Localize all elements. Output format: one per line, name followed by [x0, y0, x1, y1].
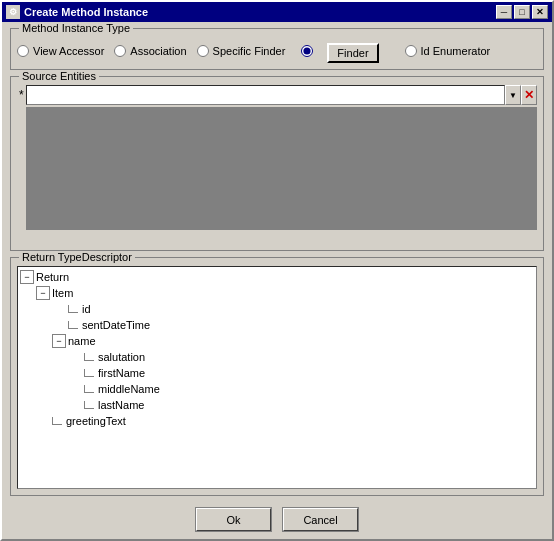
radio-id-enumerator[interactable]: Id Enumerator — [405, 45, 491, 57]
radio-row-2: Finder Id Enumerator — [301, 39, 490, 63]
title-bar-left: ⚙ Create Method Instance — [6, 5, 148, 19]
return-type-label: Return TypeDescriptor — [19, 251, 135, 263]
window-body: Method Instance Type View Accessor Assoc… — [2, 22, 552, 502]
tree-text-item: Item — [52, 285, 73, 301]
source-entities-label: Source Entities — [19, 70, 99, 82]
radio-id-enumerator-label: Id Enumerator — [421, 45, 491, 57]
source-star-indicator: * — [17, 85, 26, 105]
return-type-group: Return TypeDescriptor − Return − Item id — [10, 257, 544, 496]
window-icon: ⚙ — [6, 5, 20, 19]
tree-item-return: − Return — [20, 269, 534, 285]
tree-item-salutation: salutation — [20, 349, 534, 365]
tree-connector-greetingtext — [52, 417, 62, 425]
radio-association-input[interactable] — [114, 45, 126, 57]
tree-item-id: id — [20, 301, 534, 317]
tree-item-sentdatetime: sentDateTime — [20, 317, 534, 333]
radio-specific-finder-input[interactable] — [197, 45, 209, 57]
source-delete-button[interactable]: ✕ — [521, 85, 537, 105]
source-entities-group: Source Entities * ▼ ✕ — [10, 76, 544, 251]
maximize-button[interactable]: □ — [514, 5, 530, 19]
tree-item-firstname: firstName — [20, 365, 534, 381]
tree-connector-id — [68, 305, 78, 313]
tree-connector-middlename — [84, 385, 94, 393]
tree-connector-firstname — [84, 369, 94, 377]
tree-toggle-item[interactable]: − — [36, 286, 50, 300]
tree-item-lastname: lastName — [20, 397, 534, 413]
tree-text-name: name — [68, 333, 96, 349]
source-dropdown-arrow[interactable]: ▼ — [505, 85, 521, 105]
radio-view-accessor-label: View Accessor — [33, 45, 104, 57]
close-button[interactable]: ✕ — [532, 5, 548, 19]
tree-text-lastname: lastName — [98, 397, 144, 413]
tree-item-item: − Item — [20, 285, 534, 301]
method-instance-type-group: Method Instance Type View Accessor Assoc… — [10, 28, 544, 70]
source-entities-content: * ▼ ✕ — [17, 85, 537, 244]
tree-text-greetingtext: greetingText — [66, 413, 126, 429]
tree-text-return: Return — [36, 269, 69, 285]
radio-id-enumerator-input[interactable] — [405, 45, 417, 57]
return-type-tree: − Return − Item id sen — [17, 266, 537, 489]
method-instance-type-label: Method Instance Type — [19, 22, 133, 34]
tree-item-name: − name — [20, 333, 534, 349]
source-dropdown-field[interactable] — [26, 85, 505, 105]
radio-view-accessor-input[interactable] — [17, 45, 29, 57]
source-input-row: ▼ ✕ — [26, 85, 537, 105]
source-input-container: ▼ ✕ — [26, 85, 537, 230]
minimize-button[interactable]: ─ — [496, 5, 512, 19]
title-buttons: ─ □ ✕ — [496, 5, 548, 19]
tree-connector-lastname — [84, 401, 94, 409]
source-empty-area — [26, 107, 537, 230]
dialog-footer: Ok Cancel — [2, 502, 552, 539]
radio-finder-input[interactable] — [301, 45, 313, 57]
radio-specific-finder-label: Specific Finder — [213, 45, 286, 57]
finder-button[interactable]: Finder — [327, 43, 378, 63]
radio-finder[interactable] — [301, 45, 317, 57]
radio-association-label: Association — [130, 45, 186, 57]
tree-item-greetingtext: greetingText — [20, 413, 534, 429]
ok-button[interactable]: Ok — [196, 508, 271, 531]
cancel-button[interactable]: Cancel — [283, 508, 358, 531]
window-title: Create Method Instance — [24, 6, 148, 18]
tree-connector-sentdatetime — [68, 321, 78, 329]
tree-text-id: id — [82, 301, 91, 317]
radio-row-1: View Accessor Association Specific Finde… — [17, 39, 285, 63]
tree-text-firstname: firstName — [98, 365, 145, 381]
tree-text-middlename: middleName — [98, 381, 160, 397]
radio-group: View Accessor Association Specific Finde… — [17, 37, 537, 63]
tree-toggle-name[interactable]: − — [52, 334, 66, 348]
tree-toggle-return[interactable]: − — [20, 270, 34, 284]
tree-text-salutation: salutation — [98, 349, 145, 365]
radio-specific-finder[interactable]: Specific Finder — [197, 45, 286, 57]
create-method-instance-window: ⚙ Create Method Instance ─ □ ✕ Method In… — [0, 0, 554, 541]
tree-item-middlename: middleName — [20, 381, 534, 397]
radio-association[interactable]: Association — [114, 45, 186, 57]
radio-view-accessor[interactable]: View Accessor — [17, 45, 104, 57]
tree-text-sentdatetime: sentDateTime — [82, 317, 150, 333]
tree-connector-salutation — [84, 353, 94, 361]
title-bar: ⚙ Create Method Instance ─ □ ✕ — [2, 2, 552, 22]
